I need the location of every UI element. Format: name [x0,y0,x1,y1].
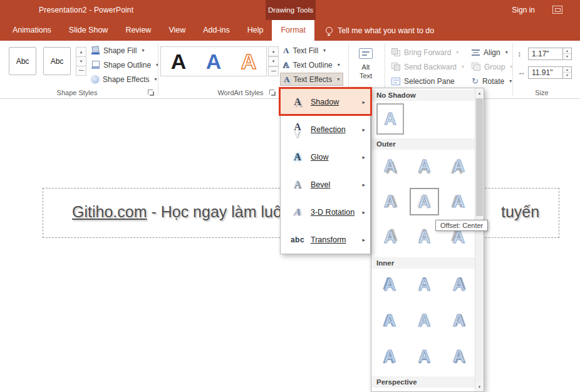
submenu-arrow-icon [362,209,365,215]
wordart-scroll-down-icon[interactable]: ▾ [268,56,279,66]
tab-slide-show[interactable]: Slide Show [60,20,117,41]
menu-item-reflection[interactable]: A Reflection [281,116,370,143]
shape-effects-label: Shape Effects [103,75,150,84]
shadow-gallery: No Shadow A Outer A A A A A A A A A Inne… [371,88,475,391]
tab-format[interactable]: Format [272,20,314,41]
shadow-offset-left[interactable]: A [444,188,474,215]
alt-text-label-line1: Alt [362,63,370,71]
shape-styles-dialog-launcher-icon[interactable] [148,90,155,96]
shadow-offset-right[interactable]: A [375,188,405,215]
shape-styles-scroll-down-icon[interactable]: ▾ [76,56,86,66]
scroll-up-icon[interactable]: ▴ [475,88,484,98]
shadow-inside-diagonal-top-right[interactable]: A [444,271,474,299]
shadow-inside-diagonal-bottom-left[interactable]: A [375,343,405,370]
menu-item-glow-label: Glow [311,153,328,162]
scrollbar-thumb[interactable] [476,98,483,216]
chevron-down-icon [462,64,464,70]
shadow-offset-diagonal-bottom-right[interactable]: A [375,152,405,180]
bring-forward-icon [391,48,400,56]
shape-styles-group-label: Shape Styles [6,89,148,96]
wordart-dialog-launcher-icon[interactable] [269,90,276,96]
send-backward-button[interactable]: Send Backward [388,60,467,73]
alt-text-button[interactable]: Alt Text [351,44,381,85]
tell-me-box[interactable]: Tell me what you want to do [326,20,434,41]
shadow-inside-top[interactable]: A [410,271,439,299]
shadow-inside-bottom[interactable]: A [410,343,439,370]
wordart-gallery: A A A [160,46,267,76]
bevel-icon: A [294,180,301,190]
text-effects-button[interactable]: A Text Effects [280,73,343,86]
ribbon-display-options-icon[interactable] [552,6,562,14]
menu-item-shadow[interactable]: A Shadow [281,88,370,116]
shape-fill-button[interactable]: Shape Fill [88,44,147,57]
text-fill-label: Text Fill [293,46,318,55]
tab-animations[interactable]: Animations [4,20,60,41]
tooltip: Offset: Center [435,220,488,231]
scrollbar[interactable]: ▴ ▾ [475,88,484,391]
shape-styles-scroll-up-icon[interactable]: ▴ [76,47,86,57]
shadow-inside-diagonal-bottom-right[interactable]: A [444,343,474,370]
text-outline-label: Text Outline [293,61,332,70]
wordart-more-icon[interactable] [268,66,279,76]
bring-forward-button[interactable]: Bring Forward [388,46,462,59]
shape-width-field[interactable]: 11.91" [528,66,563,79]
shadow-inside-right[interactable]: A [444,307,474,334]
scroll-down-icon[interactable]: ▾ [475,382,484,391]
rotate-icon [472,77,479,85]
group-objects-button[interactable]: Group [469,60,515,73]
inner-section-header: Inner [371,257,475,269]
shadow-offset-diagonal-top-right[interactable]: A [375,224,405,251]
window-title: Presentation2 - PowerPoint [39,6,133,14]
sign-in-button[interactable]: Sign in [505,4,541,16]
wordart-style-orange-outline[interactable]: A [241,51,257,72]
menu-item-bevel[interactable]: A Bevel [281,171,370,199]
spin-up-icon[interactable]: ▴ [563,67,571,73]
send-backward-icon [391,63,400,71]
spin-down-icon[interactable]: ▾ [563,73,571,78]
spin-up-icon[interactable]: ▴ [563,48,571,54]
shape-outline-button[interactable]: Shape Outline [88,58,162,71]
text-fill-button[interactable]: A Text Fill [280,44,329,57]
tab-review[interactable]: Review [117,20,160,41]
bring-forward-label: Bring Forward [404,48,451,57]
shadow-inside-center[interactable]: A [410,307,439,334]
shadow-offset-bottom[interactable]: A [410,152,439,180]
wordart-style-black[interactable]: A [171,51,187,72]
shape-style-preview-1[interactable]: Abc [9,47,36,75]
shape-width-icon [517,68,526,77]
shadow-offset-top[interactable]: A [410,224,439,251]
chevron-down-icon [505,49,508,55]
shadow-inside-diagonal-top-left[interactable]: A [375,271,405,299]
shadow-style-none[interactable]: A [376,103,404,135]
tab-add-ins[interactable]: Add-ins [194,20,238,41]
shape-style-preview-2[interactable]: Abc [43,47,71,75]
align-icon [472,49,480,56]
wordart-style-blue[interactable]: A [206,51,222,72]
selection-pane-button[interactable]: Selection Pane [388,75,458,88]
shape-styles-more-icon[interactable] [76,66,86,76]
spin-down-icon[interactable]: ▾ [563,54,571,59]
shape-height-icon [517,49,522,58]
menu-item-3d-rotation[interactable]: A 3-D Rotation [281,199,370,226]
shape-height-stepper[interactable]: ▴▾ [563,48,572,60]
tab-help[interactable]: Help [239,20,272,41]
rotate-button[interactable]: Rotate [469,75,515,88]
align-button[interactable]: Align [469,46,511,59]
submenu-arrow-icon [362,126,365,133]
menu-item-glow[interactable]: A Glow [281,143,370,171]
shadow-offset-diagonal-bottom-left[interactable]: A [444,152,474,180]
send-backward-label: Send Backward [404,63,457,71]
shape-outline-icon [91,61,100,69]
shadow-inside-left[interactable]: A [375,307,405,334]
menu-item-transform[interactable]: abc Transform [281,226,370,254]
drawing-tools-context-group[interactable]: Drawing Tools [266,0,316,20]
shape-width-stepper[interactable]: ▴▾ [563,66,572,79]
shadow-offset-center[interactable]: A [410,188,439,215]
wordart-scroll-up-icon[interactable]: ▴ [268,46,279,56]
text-outline-button[interactable]: A Text Outline [280,58,343,71]
shape-height-field[interactable]: 1.17" [528,48,563,60]
slide-text-rest: - Học ngay làm luôn [147,203,290,220]
shape-effects-button[interactable]: Shape Effects [88,73,160,86]
slide-text-left: Gitiho.com - Học ngay làm luôn [72,203,291,221]
tab-view[interactable]: View [160,20,194,41]
